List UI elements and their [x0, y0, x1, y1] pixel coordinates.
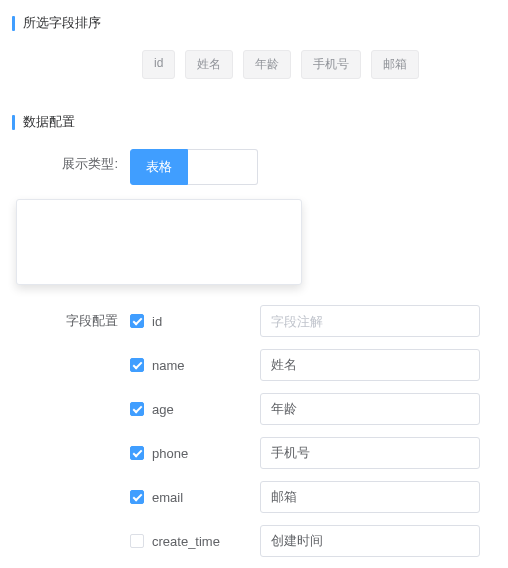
field-annotation-input[interactable]: [260, 305, 480, 337]
field-annotation-input[interactable]: [260, 481, 480, 513]
field-checkbox-email[interactable]: email: [130, 490, 260, 505]
field-row: phone: [12, 437, 496, 469]
checkbox-icon: [130, 314, 144, 328]
field-config-label: 字段配置: [12, 312, 130, 330]
section-title-sort: 所选字段排序: [12, 14, 496, 32]
sort-tag[interactable]: 年龄: [243, 50, 291, 79]
sort-tag[interactable]: 邮箱: [371, 50, 419, 79]
field-row: email: [12, 481, 496, 513]
display-type-row: 展示类型: 表格: [12, 149, 496, 185]
checkbox-label: create_time: [152, 534, 220, 549]
field-annotation-input[interactable]: [260, 525, 480, 557]
checkbox-label: phone: [152, 446, 188, 461]
title-accent-bar: [12, 115, 15, 130]
field-row: name: [12, 349, 496, 381]
field-checkbox-age[interactable]: age: [130, 402, 260, 417]
field-row: age: [12, 393, 496, 425]
field-checkbox-phone[interactable]: phone: [130, 446, 260, 461]
field-config-rows: 字段配置 id name age phone: [12, 305, 496, 568]
checkbox-label: name: [152, 358, 185, 373]
field-row: 字段配置 id: [12, 305, 496, 337]
dropdown-panel[interactable]: [16, 199, 302, 285]
checkbox-label: email: [152, 490, 183, 505]
sort-tag[interactable]: id: [142, 50, 175, 79]
display-type-radio-group: 表格: [130, 149, 258, 185]
section-title-data-config: 数据配置: [12, 113, 496, 131]
title-accent-bar: [12, 16, 15, 31]
display-type-label: 展示类型:: [12, 149, 130, 173]
field-checkbox-name[interactable]: name: [130, 358, 260, 373]
sort-tag[interactable]: 手机号: [301, 50, 361, 79]
checkbox-label: age: [152, 402, 174, 417]
field-annotation-input[interactable]: [260, 393, 480, 425]
checkbox-icon: [130, 446, 144, 460]
section-title-sort-text: 所选字段排序: [23, 14, 101, 32]
field-row: create_time: [12, 525, 496, 557]
sort-tags-row: id 姓名 年龄 手机号 邮箱: [142, 50, 496, 79]
sort-tag[interactable]: 姓名: [185, 50, 233, 79]
field-checkbox-id[interactable]: id: [130, 314, 260, 329]
checkbox-icon: [130, 358, 144, 372]
field-annotation-input[interactable]: [260, 437, 480, 469]
field-annotation-input[interactable]: [260, 349, 480, 381]
display-type-option-table[interactable]: 表格: [130, 149, 188, 185]
field-checkbox-create-time[interactable]: create_time: [130, 534, 260, 549]
checkbox-label: id: [152, 314, 162, 329]
section-title-data-config-text: 数据配置: [23, 113, 75, 131]
checkbox-icon: [130, 534, 144, 548]
display-type-option-other[interactable]: [188, 149, 258, 185]
checkbox-icon: [130, 490, 144, 504]
checkbox-icon: [130, 402, 144, 416]
